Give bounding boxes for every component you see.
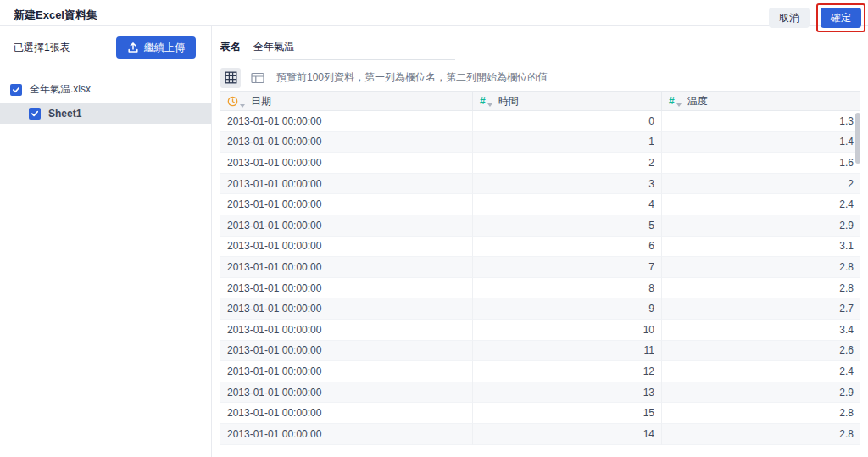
sidebar-header: 已選擇1張表 繼續上傳 [0,26,211,59]
table-row: 2013-01-01 00:00:0011.4 [220,132,860,153]
table-cell: 2.8 [661,403,860,424]
preview-hint-text: 預覽前100列資料，第一列為欄位名，第二列開始為欄位的值 [276,70,548,85]
table-cell: 2013-01-01 00:00:00 [220,278,472,299]
table-cell: 1.3 [661,111,860,132]
upload-button-label: 繼續上傳 [144,41,185,55]
table-cell: 2013-01-01 00:00:00 [220,320,472,341]
table-cell: 2.6 [661,341,860,362]
main-panel: 表名 預覽前100列資料，第一列為欄位名，第二列開始為欄位的值 [212,26,868,457]
column-header-temperature[interactable]: # 温度 [661,92,860,110]
workbook-name-label: 全年氣温.xlsx [30,82,91,97]
cancel-button[interactable]: 取消 [769,8,810,28]
column-header-date[interactable]: 日期 [220,92,472,110]
table-cell: 2013-01-01 00:00:00 [220,237,472,258]
hash-icon: # [669,96,675,106]
table-cell: 2.4 [661,194,860,215]
table-row: 2013-01-01 00:00:00122.4 [220,361,860,382]
table-name-row: 表名 [220,40,868,60]
table-cell: 12 [472,361,661,382]
column-label: 温度 [687,94,708,109]
field-view-button[interactable] [248,68,268,88]
table-row: 2013-01-01 00:00:0042.4 [220,194,860,215]
field-type-dropdown[interactable] [227,96,245,107]
table-row: 2013-01-01 00:00:00132.9 [220,382,860,404]
table-cell: 15 [472,403,661,424]
dialog-header: 新建Excel資料集 取消 確定 [0,0,868,26]
table-cell: 2013-01-01 00:00:00 [220,215,472,237]
column-label: 日期 [251,94,271,109]
table-cell: 1 [472,132,661,153]
chevron-down-icon [240,104,245,108]
hash-icon: # [480,96,486,106]
table-cell: 2.8 [661,257,860,278]
table-cell: 2013-01-01 00:00:00 [220,153,472,174]
table-cell: 2.8 [661,424,860,445]
tree-item-workbook[interactable]: 全年氣温.xlsx [0,79,211,100]
table-cell: 2013-01-01 00:00:00 [220,257,472,278]
preview-toolbar: 預覽前100列資料，第一列為欄位名，第二列開始為欄位的值 [220,68,868,88]
table-name-label: 表名 [220,40,241,54]
column-header-time[interactable]: # 時間 [472,92,661,110]
table-cell: 3.1 [661,237,860,258]
field-type-dropdown[interactable]: # [480,96,492,106]
table-cell: 0 [472,111,661,132]
table-row: 2013-01-01 00:00:0032 [220,174,860,195]
sidebar: 已選擇1張表 繼續上傳 全年氣温.xlsx Sheet1 [0,26,212,457]
selected-count-label: 已選擇1張表 [14,41,70,55]
preview-table: 日期 # 時間 # 温度 2013-01-01 00:00:0001.32013… [220,91,860,445]
table-cell: 2 [661,174,860,195]
table-cell: 13 [472,382,661,404]
annotation-highlight-box: 確定 [816,3,865,32]
table-cell: 2 [472,153,661,174]
chevron-down-icon [487,103,492,107]
workbook-checkbox-checked[interactable] [10,84,22,96]
table-name-input[interactable] [252,42,455,60]
table-row: 2013-01-01 00:00:0021.6 [220,153,860,174]
page-title: 新建Excel資料集 [14,8,97,23]
table-row: 2013-01-01 00:00:0001.3 [220,111,860,132]
table-cell: 2.9 [661,382,860,404]
field-type-dropdown[interactable]: # [669,96,682,106]
table-cell: 7 [472,257,661,278]
table-cell: 2013-01-01 00:00:00 [220,424,472,445]
table-cell: 2013-01-01 00:00:00 [220,194,472,215]
table-cell: 2013-01-01 00:00:00 [220,298,472,320]
file-tree: 全年氣温.xlsx Sheet1 [0,79,211,124]
table-row: 2013-01-01 00:00:00142.8 [220,424,860,445]
table-cell: 8 [472,278,661,299]
continue-upload-button[interactable]: 繼續上傳 [116,36,196,59]
confirm-button[interactable]: 確定 [821,8,861,28]
vertical-scrollbar-thumb[interactable] [855,113,860,164]
sheet-checkbox-checked[interactable] [29,108,41,120]
chevron-down-icon [676,103,682,107]
table-row: 2013-01-01 00:00:00112.6 [220,341,860,362]
table-body: 2013-01-01 00:00:0001.32013-01-01 00:00:… [220,111,860,445]
table-cell: 2013-01-01 00:00:00 [220,132,472,153]
table-cell: 2.8 [661,278,860,299]
table-cell: 2.9 [661,215,860,237]
table-cell: 1.4 [661,132,860,153]
table-cell: 2.7 [661,298,860,320]
header-actions: 取消 確定 [769,3,865,32]
table-row: 2013-01-01 00:00:0082.8 [220,278,860,299]
table-header-row: 日期 # 時間 # 温度 [220,91,860,111]
table-cell: 2013-01-01 00:00:00 [220,341,472,362]
upload-icon [127,42,139,53]
table-row: 2013-01-01 00:00:0052.9 [220,215,860,237]
check-icon [12,86,20,94]
table-cell: 3 [472,174,661,195]
field-view-icon [251,72,264,84]
sheet-name-label: Sheet1 [48,108,81,120]
table-cell: 2013-01-01 00:00:00 [220,382,472,404]
table-row: 2013-01-01 00:00:00152.8 [220,403,860,424]
table-cell: 2013-01-01 00:00:00 [220,361,472,382]
grid-view-button[interactable] [220,68,241,88]
grid-view-icon [225,71,237,84]
tree-item-sheet-selected[interactable]: Sheet1 [0,103,211,124]
table-cell: 2013-01-01 00:00:00 [220,403,472,424]
table-cell: 10 [472,320,661,341]
table-row: 2013-01-01 00:00:00103.4 [220,320,860,341]
table-cell: 9 [472,298,661,320]
table-row: 2013-01-01 00:00:0072.8 [220,257,860,278]
clock-icon [227,96,238,107]
